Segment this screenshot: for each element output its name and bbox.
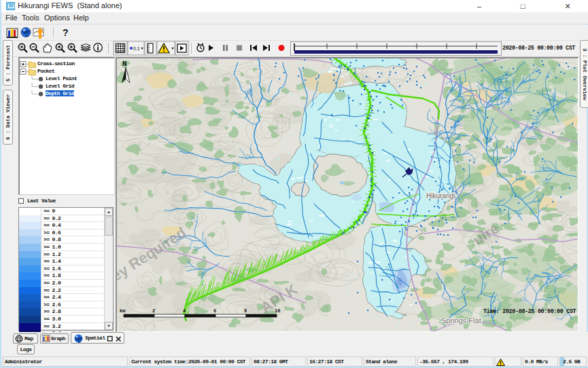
svg-text:6: 6	[213, 308, 216, 314]
svg-text:0.1: 0.1	[133, 46, 140, 51]
svg-text:10: 10	[275, 308, 280, 314]
svg-text:Time: 2020-08-25 00:00:00 CST: Time: 2020-08-25 00:00:00 CST	[483, 308, 576, 315]
svg-text:2: 2	[152, 308, 155, 314]
svg-text:8: 8	[244, 308, 247, 314]
svg-text:Springs Flat: Springs Flat	[441, 316, 481, 325]
svg-text:Hikurangi: Hikurangi	[426, 192, 455, 200]
svg-text:km: km	[120, 308, 125, 314]
svg-text:N: N	[122, 60, 127, 68]
svg-text:4: 4	[183, 308, 186, 314]
svg-text:SH 1: SH 1	[433, 128, 439, 140]
svg-text:?: ?	[63, 27, 69, 38]
